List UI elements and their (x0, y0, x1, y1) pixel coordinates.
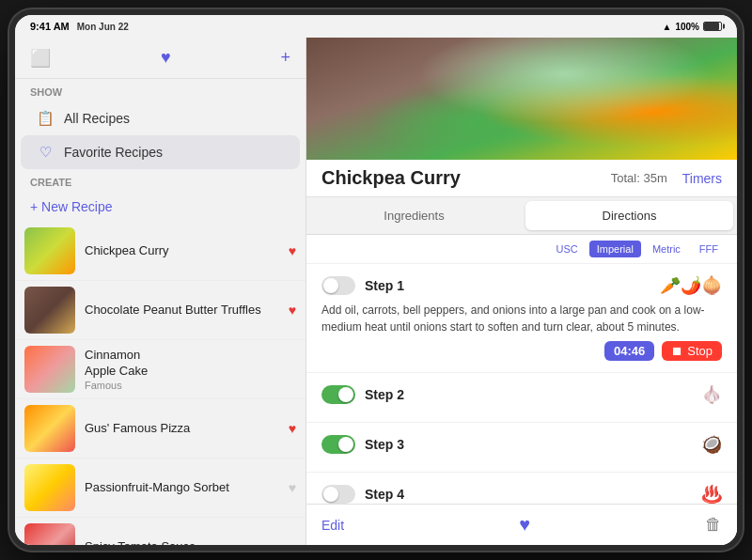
step-4-toggle[interactable] (321, 485, 355, 504)
recipe-heart-placeholder: ♥ (289, 362, 296, 377)
step-2-label: Step 2 (365, 387, 404, 402)
recipe-subtitle: Famous (85, 380, 279, 391)
sidebar-heart-icon[interactable]: ♥ (161, 48, 171, 68)
status-time: 9:41 AM (30, 21, 70, 32)
recipe-name: CinnamonApple Cake (85, 348, 279, 380)
recipe-thumb-apple (24, 346, 75, 393)
recipe-name: Passionfruit-Mango Sorbet (85, 480, 279, 496)
recipe-name: Gus' Famous Pizza (85, 421, 279, 437)
recipe-info: Chocolate Peanut Butter Truffles (85, 303, 279, 319)
step-1-desc: Add oil, carrots, bell peppers, and onio… (321, 302, 722, 335)
recipe-heart-icon: ♥ (289, 243, 296, 258)
sidebar-item-all-recipes[interactable]: 📋 All Recipes (21, 101, 300, 135)
recipe-heart-icon: ♥ (289, 480, 296, 495)
step-1-toggle[interactable] (321, 276, 355, 295)
step-1: Step 1 🥕🌶️🧅 Add oil, carrots, bell peppe… (306, 264, 737, 373)
tab-ingredients[interactable]: Ingredients (310, 201, 518, 230)
recipe-thumb-chickpea (24, 227, 75, 274)
recipe-heart-placeholder: ♥ (288, 538, 297, 545)
wifi-icon: ▲ (663, 22, 672, 32)
sidebar: ⬜ ♥ + SHOW 📋 All Recipes ♡ Favorite Reci… (15, 38, 306, 545)
unit-bar: USC Imperial Metric FFF (306, 235, 737, 264)
recipe-time: Total: 35m (611, 171, 667, 185)
step-2-icons: 🧄 (701, 384, 722, 405)
recipe-name: Chickpea Curry (85, 243, 279, 259)
recipe-info: Passionfruit-Mango Sorbet (85, 480, 279, 496)
new-recipe-button[interactable]: + New Recipe (15, 192, 306, 222)
step-3-label: Step 3 (365, 437, 404, 452)
unit-metric-button[interactable]: Metric (645, 241, 688, 257)
step-3: Step 3 🥥 (306, 423, 737, 473)
list-item[interactable]: Passionfruit-Mango Sorbet ♥ (15, 459, 306, 518)
sidebar-add-icon[interactable]: + (280, 48, 290, 68)
status-bar: 9:41 AM Mon Jun 22 ▲ 100% (15, 15, 737, 38)
all-recipes-icon: 📋 (36, 109, 55, 128)
recipe-title-bar: Chickpea Curry Total: 35m Timers (306, 160, 737, 197)
step-1-timer-display: 04:46 (604, 341, 654, 361)
recipe-heart-icon: ♥ (289, 421, 296, 436)
new-recipe-label: + New Recipe (30, 199, 113, 214)
step-3-toggle[interactable] (321, 435, 355, 454)
recipe-info: Chickpea Curry (85, 243, 279, 259)
list-item[interactable]: Spicy Tomato Sauce ♥ (15, 518, 306, 545)
step-2-toggle[interactable] (321, 385, 355, 404)
bottom-toolbar: Edit ♥ 🗑 (306, 504, 737, 545)
step-1-stop-button[interactable]: ⏹ Stop (662, 341, 722, 361)
show-section-label: SHOW (15, 79, 306, 101)
step-4-label: Step 4 (365, 487, 404, 502)
list-item[interactable]: CinnamonApple Cake Famous ♥ (15, 340, 306, 399)
recipe-list: Chickpea Curry ♥ Chocolate Peanut Butter… (15, 222, 306, 545)
step-4: Step 4 ♨️ Add chickpeas and soy sauce, a… (306, 473, 737, 504)
create-section-label: CREATE (15, 169, 306, 192)
recipe-info: Spicy Tomato Sauce (85, 539, 278, 545)
steps-container: Step 1 🥕🌶️🧅 Add oil, carrots, bell peppe… (306, 264, 737, 504)
recipe-title: Chickpea Curry (321, 167, 461, 189)
recipe-hero-image (306, 38, 737, 160)
favorite-recipes-label: Favorite Recipes (64, 145, 163, 160)
recipe-info: Gus' Famous Pizza (85, 421, 279, 437)
unit-fff-button[interactable]: FFF (692, 241, 726, 257)
recipe-thumb-tomato (24, 523, 75, 545)
recipe-thumb-choco (24, 287, 75, 334)
step-3-icons: 🥥 (701, 434, 722, 455)
tabs-bar: Ingredients Directions (306, 197, 737, 235)
timers-button[interactable]: Timers (682, 171, 722, 186)
sidebar-menu-icon[interactable]: ⬜ (30, 48, 51, 69)
battery-icon (703, 22, 722, 31)
step-1-label: Step 1 (365, 278, 404, 293)
unit-usc-button[interactable]: USC (549, 241, 586, 257)
unit-imperial-button[interactable]: Imperial (589, 241, 641, 257)
battery-percent: 100% (675, 22, 699, 32)
list-item[interactable]: Chocolate Peanut Butter Truffles ♥ (15, 281, 306, 340)
recipe-heart-icon: ♥ (289, 303, 296, 318)
stop-icon: ⏹ (671, 344, 683, 358)
list-item[interactable]: Gus' Famous Pizza ♥ (15, 399, 306, 459)
delete-button[interactable]: 🗑 (705, 515, 722, 535)
tab-directions[interactable]: Directions (525, 201, 733, 230)
step-1-timer-row: 04:46 ⏹ Stop (321, 341, 722, 361)
ipad-frame: 9:41 AM Mon Jun 22 ▲ 100% ⬜ ♥ + SHOW 📋 A… (9, 9, 743, 551)
edit-button[interactable]: Edit (321, 518, 344, 533)
recipe-name: Spicy Tomato Sauce (85, 539, 278, 545)
sidebar-header: ⬜ ♥ + (15, 38, 306, 79)
step-2: Step 2 🧄 (306, 373, 737, 423)
main-content: Chickpea Curry Total: 35m Timers Ingredi… (306, 38, 737, 545)
recipe-thumb-mango (24, 464, 75, 511)
sidebar-item-favorite-recipes[interactable]: ♡ Favorite Recipes (21, 135, 300, 169)
all-recipes-label: All Recipes (64, 111, 130, 126)
list-item[interactable]: Chickpea Curry ♥ (15, 222, 306, 281)
recipe-name: Chocolate Peanut Butter Truffles (85, 303, 279, 319)
step-4-icons: ♨️ (701, 484, 722, 504)
recipe-info: CinnamonApple Cake Famous (85, 348, 279, 391)
status-date: Mon Jun 22 (77, 22, 129, 32)
favorite-recipes-icon: ♡ (36, 143, 55, 162)
favorite-button[interactable]: ♥ (519, 514, 530, 536)
recipe-thumb-pizza (24, 405, 75, 452)
step-1-icons: 🥕🌶️🧅 (660, 275, 722, 296)
